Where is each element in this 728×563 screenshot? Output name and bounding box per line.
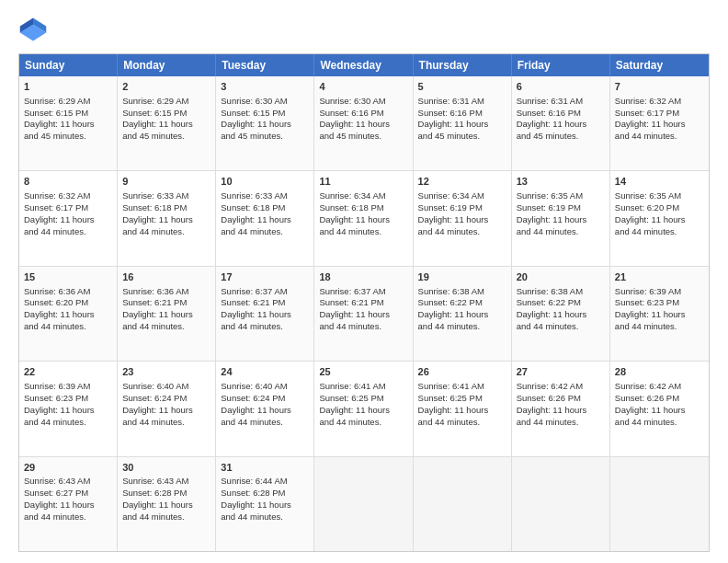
cell-line: and 44 minutes. (24, 417, 112, 429)
cell-line: Sunrise: 6:29 AM (122, 96, 210, 108)
cell-line: Sunrise: 6:35 AM (517, 190, 605, 202)
day-num-18: 18 (319, 270, 407, 284)
cell-line: Daylight: 11 hours (24, 405, 112, 417)
header-friday: Friday (512, 54, 610, 76)
cell-line: Daylight: 11 hours (221, 309, 309, 321)
cell-line: Daylight: 11 hours (24, 309, 112, 321)
cell-line: Daylight: 11 hours (418, 309, 506, 321)
day-num-14: 14 (615, 175, 704, 189)
cell-line: Daylight: 11 hours (418, 405, 506, 417)
day-num-17: 17 (221, 270, 309, 284)
cal-cell-26: 26Sunrise: 6:41 AMSunset: 6:25 PMDayligh… (414, 362, 512, 455)
day-num-16: 16 (122, 270, 210, 284)
cal-cell-14: 14Sunrise: 6:35 AMSunset: 6:20 PMDayligh… (610, 171, 709, 265)
cell-line: and 44 minutes. (615, 417, 704, 429)
cell-line: Sunset: 6:17 PM (24, 202, 112, 214)
logo (18, 15, 51, 44)
cal-row-5: 29Sunrise: 6:43 AMSunset: 6:27 PMDayligh… (19, 456, 709, 551)
day-num-30: 30 (122, 461, 210, 475)
cell-line: Sunrise: 6:44 AM (221, 476, 309, 488)
cell-line: Sunrise: 6:32 AM (615, 96, 704, 108)
cell-line: and 45 minutes. (24, 131, 112, 143)
cal-cell-6: 6Sunrise: 6:31 AMSunset: 6:16 PMDaylight… (512, 76, 610, 170)
cell-line: Sunset: 6:27 PM (24, 488, 112, 500)
header-saturday: Saturday (610, 54, 709, 76)
day-num-24: 24 (221, 365, 309, 379)
cell-line: and 44 minutes. (418, 417, 506, 429)
cell-line: and 44 minutes. (319, 226, 407, 238)
cell-line: Sunset: 6:18 PM (319, 202, 407, 214)
cal-cell-4: 4Sunrise: 6:30 AMSunset: 6:16 PMDaylight… (314, 76, 413, 170)
cal-cell-8: 8Sunrise: 6:32 AMSunset: 6:17 PMDaylight… (19, 171, 118, 265)
cell-line: Sunrise: 6:29 AM (24, 96, 112, 108)
cal-cell-7: 7Sunrise: 6:32 AMSunset: 6:17 PMDaylight… (610, 76, 709, 170)
day-num-21: 21 (615, 270, 704, 284)
cell-line: Sunset: 6:15 PM (24, 108, 112, 120)
cell-line: Sunset: 6:20 PM (24, 297, 112, 309)
cell-line: Daylight: 11 hours (221, 500, 309, 511)
cal-row-1: 1Sunrise: 6:29 AMSunset: 6:15 PMDaylight… (19, 76, 709, 170)
header-sunday: Sunday (19, 54, 118, 76)
cell-line: Daylight: 11 hours (615, 405, 704, 417)
cell-line: Daylight: 11 hours (122, 500, 210, 511)
cell-line: Sunrise: 6:39 AM (24, 381, 112, 393)
cell-line: and 44 minutes. (418, 226, 506, 238)
cell-line: Sunset: 6:22 PM (418, 297, 506, 309)
cell-line: Sunrise: 6:34 AM (418, 190, 506, 202)
cell-line: Sunrise: 6:36 AM (122, 286, 210, 298)
cell-line: Sunset: 6:16 PM (418, 108, 506, 120)
day-num-8: 8 (24, 175, 112, 189)
cal-cell-5: 5Sunrise: 6:31 AMSunset: 6:16 PMDaylight… (414, 76, 512, 170)
day-num-3: 3 (221, 80, 309, 94)
header-tuesday: Tuesday (216, 54, 314, 76)
cal-cell-25: 25Sunrise: 6:41 AMSunset: 6:25 PMDayligh… (314, 362, 413, 455)
cell-line: Sunrise: 6:40 AM (122, 381, 210, 393)
cal-cell-29: 29Sunrise: 6:43 AMSunset: 6:27 PMDayligh… (19, 457, 118, 551)
cell-line: Daylight: 11 hours (24, 119, 112, 131)
cell-line: Sunset: 6:24 PM (122, 393, 210, 405)
cell-line: and 44 minutes. (517, 417, 605, 429)
cell-line: and 44 minutes. (24, 226, 112, 238)
cell-line: Daylight: 11 hours (24, 214, 112, 226)
cell-line: Daylight: 11 hours (615, 309, 704, 321)
page: Sunday Monday Tuesday Wednesday Thursday… (0, 0, 728, 563)
cell-line: Sunset: 6:25 PM (418, 393, 506, 405)
cell-line: Sunrise: 6:36 AM (24, 286, 112, 298)
cal-cell-empty (414, 457, 512, 551)
day-num-19: 19 (418, 270, 506, 284)
cell-line: and 44 minutes. (24, 511, 112, 523)
cal-cell-30: 30Sunrise: 6:43 AMSunset: 6:28 PMDayligh… (118, 457, 216, 551)
day-num-7: 7 (615, 80, 704, 94)
cell-line: Sunrise: 6:31 AM (418, 96, 506, 108)
logo-icon (18, 15, 48, 44)
cell-line: Sunset: 6:15 PM (221, 108, 309, 120)
cell-line: Sunrise: 6:37 AM (221, 286, 309, 298)
cell-line: Daylight: 11 hours (221, 214, 309, 226)
cell-line: Daylight: 11 hours (122, 309, 210, 321)
cal-cell-9: 9Sunrise: 6:33 AMSunset: 6:18 PMDaylight… (118, 171, 216, 265)
day-num-31: 31 (221, 461, 309, 475)
day-num-15: 15 (24, 270, 112, 284)
cell-line: Sunset: 6:20 PM (615, 202, 704, 214)
cell-line: Sunset: 6:23 PM (24, 393, 112, 405)
cell-line: Sunset: 6:28 PM (221, 488, 309, 500)
cell-line: and 44 minutes. (517, 226, 605, 238)
cell-line: and 44 minutes. (319, 321, 407, 333)
cell-line: and 44 minutes. (221, 321, 309, 333)
cell-line: and 44 minutes. (517, 321, 605, 333)
cell-line: Sunset: 6:19 PM (517, 202, 605, 214)
day-num-27: 27 (517, 365, 605, 379)
cell-line: Daylight: 11 hours (418, 119, 506, 131)
cell-line: Daylight: 11 hours (122, 214, 210, 226)
cell-line: Sunrise: 6:30 AM (221, 96, 309, 108)
cell-line: Sunrise: 6:42 AM (615, 381, 704, 393)
cal-cell-1: 1Sunrise: 6:29 AMSunset: 6:15 PMDaylight… (19, 76, 118, 170)
day-num-1: 1 (24, 80, 112, 94)
cell-line: Sunset: 6:26 PM (517, 393, 605, 405)
day-num-25: 25 (319, 365, 407, 379)
cell-line: Sunrise: 6:43 AM (122, 476, 210, 488)
cell-line: Sunset: 6:18 PM (122, 202, 210, 214)
day-num-2: 2 (122, 80, 210, 94)
cell-line: and 44 minutes. (615, 131, 704, 143)
cell-line: and 44 minutes. (418, 321, 506, 333)
